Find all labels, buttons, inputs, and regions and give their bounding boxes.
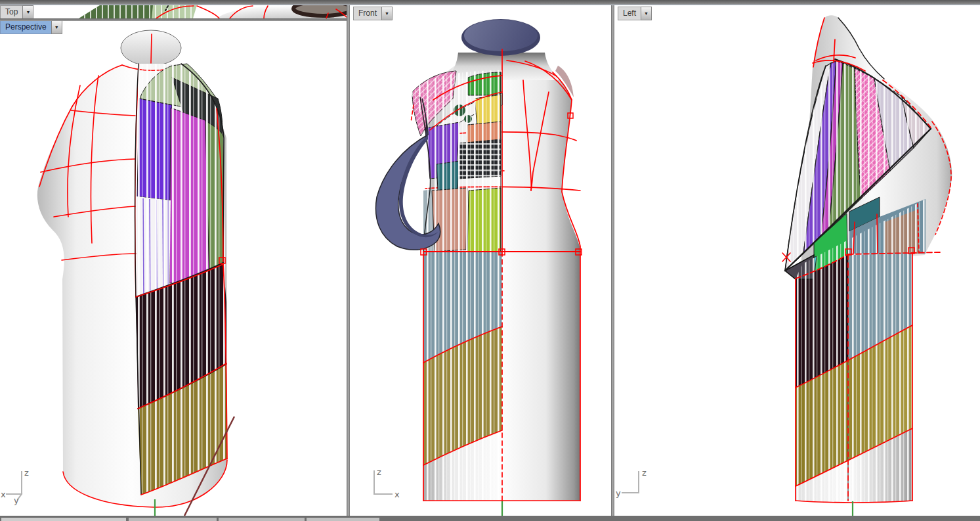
axis-triad-left: z y [616,468,647,498]
viewport-label-front[interactable]: Front ▼ [353,7,393,20]
status-pane [307,518,379,521]
status-bar-edge [0,516,980,521]
viewport-label-left-text: Left [618,7,641,20]
viewport-menu-arrow-icon[interactable]: ▼ [381,7,393,20]
app-screen: Top ▼ [0,0,980,521]
viewport-label-left[interactable]: Left ▼ [618,7,652,20]
viewport-label-top[interactable]: Top ▼ [0,5,33,18]
top-viewport-render [0,5,347,18]
svg-text:z: z [642,468,647,478]
viewport-left[interactable]: z y Left ▼ [614,5,980,516]
axis-triad-front: z x [374,467,400,499]
perspective-viewport-render: z x y [0,21,347,516]
viewport-menu-arrow-icon[interactable]: ▼ [51,21,62,34]
top-view-mannequin [79,5,347,18]
neck-cap [464,20,538,51]
svg-text:y: y [616,488,621,498]
svg-text:x: x [394,489,400,499]
viewport-front[interactable]: z x Front ▼ [350,5,611,516]
status-pane [1,518,126,521]
svg-text:y: y [14,495,19,505]
status-pane [129,518,217,521]
viewport-top[interactable]: Top ▼ [0,5,347,18]
viewport-menu-arrow-icon[interactable]: ▼ [641,7,652,20]
svg-text:z: z [377,467,381,477]
garment-pleat-texture [781,56,932,506]
left-viewport-render: z y [614,5,980,516]
viewport-label-top-text: Top [0,5,22,18]
viewport-perspective[interactable]: z x y Perspective ▼ [0,21,347,516]
garment-pleat-texture [131,59,230,499]
viewport-menu-arrow-icon[interactable]: ▼ [22,5,33,18]
axis-triad-perspective: z x y [1,468,29,505]
status-pane [219,518,305,521]
horizontal-splitter-top[interactable] [0,0,980,5]
svg-text:z: z [24,468,29,478]
charcoal-brush-texture [458,139,501,179]
viewport-label-front-text: Front [353,7,381,20]
viewport-label-perspective[interactable]: Perspective ▼ [0,21,62,34]
svg-text:x: x [1,489,6,499]
front-viewport-render: z x [350,5,611,516]
viewport-label-perspective-text: Perspective [0,21,51,34]
